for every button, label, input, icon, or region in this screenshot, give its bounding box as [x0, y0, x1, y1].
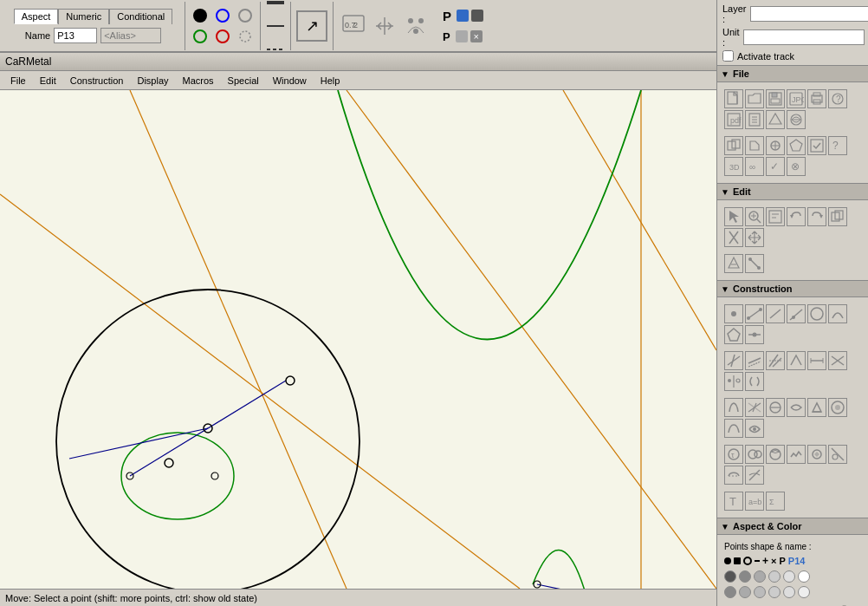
con-tool28-btn[interactable]: [787, 445, 806, 464]
con-line-btn[interactable]: [745, 304, 764, 323]
activate-track-checkbox[interactable]: [722, 50, 734, 62]
menu-macros[interactable]: Macros: [176, 74, 221, 88]
edit-undo-btn[interactable]: [787, 207, 806, 226]
color-gray6[interactable]: [798, 586, 810, 598]
con-tool23-btn[interactable]: [724, 419, 743, 438]
con-latex-btn[interactable]: Σ: [766, 492, 785, 511]
menu-window[interactable]: Window: [266, 74, 314, 88]
edit-redo-btn[interactable]: [807, 207, 826, 226]
color-medium-gray[interactable]: [739, 570, 751, 583]
con-reflect-btn[interactable]: [724, 372, 743, 391]
file-tool12-btn[interactable]: [745, 136, 764, 155]
con-tool25-btn[interactable]: τ: [724, 445, 743, 464]
shape-dot[interactable]: [724, 557, 731, 564]
circle-green-icon[interactable]: [191, 27, 210, 46]
con-tool20-btn[interactable]: [787, 398, 806, 417]
edit-copy-btn[interactable]: [828, 207, 847, 226]
con-tool22-btn[interactable]: [828, 398, 847, 417]
construction-header[interactable]: ▼ Construction: [717, 280, 868, 297]
edit-tool9-btn[interactable]: [724, 254, 743, 273]
color-gray2[interactable]: [739, 586, 751, 598]
point-color-blue[interactable]: [457, 10, 469, 22]
shape-plus[interactable]: +: [762, 555, 768, 567]
con-tool32-btn[interactable]: [745, 466, 764, 485]
alias-input[interactable]: [100, 28, 161, 43]
shape-square[interactable]: [734, 557, 741, 564]
canvas-area[interactable]: [0, 90, 716, 589]
file-tool7-btn[interactable]: pdf: [724, 110, 743, 129]
file-tool13-btn[interactable]: [766, 136, 785, 155]
file-tool10-btn[interactable]: [787, 110, 806, 129]
select-tool[interactable]: 0.72: [340, 13, 366, 39]
menu-help[interactable]: Help: [314, 74, 347, 88]
save-file-btn[interactable]: [766, 89, 785, 108]
print-btn[interactable]: [807, 89, 826, 108]
point-x-btn[interactable]: ×: [470, 30, 483, 42]
con-bisect-btn[interactable]: [766, 351, 785, 370]
file-tool11-btn[interactable]: [724, 136, 743, 155]
color-light-gray[interactable]: [754, 570, 766, 583]
con-rotate-btn[interactable]: [745, 372, 764, 391]
menu-edit[interactable]: Edit: [33, 74, 63, 88]
file-tool20-btn[interactable]: ⊗: [787, 157, 806, 176]
color-white[interactable]: [798, 570, 810, 583]
transform-icon[interactable]: ↗: [306, 16, 319, 36]
con-tool30-btn[interactable]: [828, 445, 847, 464]
tab-aspect[interactable]: Aspect: [14, 9, 59, 24]
con-para-btn[interactable]: [745, 351, 764, 370]
con-midpoint-btn[interactable]: [745, 325, 764, 344]
circle-filled-icon[interactable]: [191, 6, 210, 25]
con-poly-btn[interactable]: [724, 325, 743, 344]
edit-select-btn[interactable]: [724, 207, 743, 226]
file-tool16-btn[interactable]: ?: [828, 136, 847, 155]
file-tool8-btn[interactable]: [745, 110, 764, 129]
color-dark-gray[interactable]: [724, 570, 736, 583]
edit-prop-btn[interactable]: [766, 207, 785, 226]
aspect-color-header[interactable]: ▼ Aspect & Color: [717, 518, 868, 535]
file-tool6-btn[interactable]: ?: [828, 89, 847, 108]
con-angle-btn[interactable]: [787, 351, 806, 370]
open-file-btn[interactable]: [745, 89, 764, 108]
tab-numeric[interactable]: Numeric: [58, 9, 109, 24]
point-tool[interactable]: [403, 13, 429, 39]
con-ray-btn[interactable]: [787, 304, 806, 323]
geometry-canvas[interactable]: [0, 90, 716, 589]
con-intersect-btn[interactable]: [828, 351, 847, 370]
con-tool19-btn[interactable]: [766, 398, 785, 417]
con-tool21-btn[interactable]: [807, 398, 826, 417]
color-gray[interactable]: [724, 586, 736, 598]
point-color-dark[interactable]: [471, 10, 483, 22]
circle-dotted-icon[interactable]: [236, 27, 255, 46]
con-tool27-btn[interactable]: [766, 445, 785, 464]
new-file-btn[interactable]: [724, 89, 743, 108]
line-thick-icon[interactable]: [266, 0, 285, 12]
file-tool15-btn[interactable]: [807, 136, 826, 155]
con-tool17-btn[interactable]: [724, 398, 743, 417]
line-dashed-icon[interactable]: [266, 40, 285, 59]
con-tool31-btn[interactable]: [724, 466, 743, 485]
circle-outline-white-icon[interactable]: [236, 6, 255, 25]
edit-move-btn[interactable]: [745, 228, 764, 247]
color-gray3[interactable]: [754, 586, 766, 598]
con-perp-btn[interactable]: [724, 351, 743, 370]
file-header[interactable]: ▼ File: [717, 65, 868, 82]
color-lighter-gray[interactable]: [768, 570, 781, 583]
line-medium-icon[interactable]: [266, 16, 285, 36]
edit-tool10-btn[interactable]: [745, 254, 764, 273]
file-tool18-btn[interactable]: ∞: [745, 157, 764, 176]
circle-red-icon[interactable]: [213, 27, 232, 46]
menu-display[interactable]: Display: [130, 74, 175, 88]
con-arc-btn[interactable]: [828, 304, 847, 323]
shape-dash[interactable]: [755, 560, 760, 562]
menu-file[interactable]: File: [3, 74, 33, 88]
color-gray5[interactable]: [783, 586, 795, 598]
move-tool[interactable]: [372, 13, 398, 39]
edit-header[interactable]: ▼ Edit: [717, 183, 868, 200]
menu-special[interactable]: Special: [221, 74, 266, 88]
con-tool24-btn[interactable]: [745, 419, 764, 438]
con-tool18-btn[interactable]: [745, 398, 764, 417]
con-point-btn[interactable]: [724, 304, 743, 323]
menu-construction[interactable]: Construction: [63, 74, 131, 88]
shape-x[interactable]: ×: [771, 556, 776, 566]
edit-zoom-btn[interactable]: [745, 207, 764, 226]
